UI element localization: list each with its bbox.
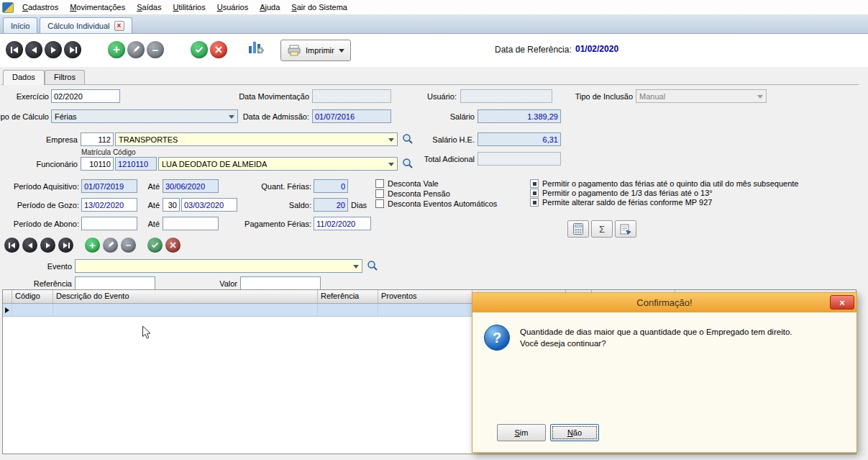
chevron-down-icon	[757, 95, 763, 99]
tab-close-icon[interactable]: ×	[114, 21, 124, 31]
data-admissao-input[interactable]	[312, 109, 391, 123]
menu-item-sair[interactable]: Sair do Sistema	[285, 1, 353, 14]
periodo-aquisitivo-de-input[interactable]	[81, 179, 137, 193]
desconta-vale-checkbox[interactable]	[375, 179, 384, 188]
usuario-input[interactable]	[460, 89, 552, 103]
empresa-combobox[interactable]: TRANSPORTES	[115, 132, 398, 146]
check-icon	[151, 242, 159, 248]
exercicio-input[interactable]	[51, 89, 120, 103]
event-confirm-button[interactable]	[147, 238, 163, 253]
dialog-close-button[interactable]: ×	[830, 295, 854, 310]
periodo-gozo-label: Período de Gozo:	[0, 199, 79, 211]
evento-combobox[interactable]	[75, 259, 362, 273]
periodo-gozo-de-input[interactable]	[81, 198, 137, 212]
prev-record-icon	[27, 243, 33, 248]
periodo-abono-de-input[interactable]	[81, 217, 137, 230]
last-record-icon	[63, 243, 70, 248]
tab-calculo-individual[interactable]: Cálculo Individual ×	[40, 17, 132, 33]
chevron-down-icon[interactable]	[388, 138, 394, 142]
tipo-inclusao-label: Tipo de Inclusão	[547, 91, 633, 102]
periodo-abono-ate-input[interactable]	[163, 217, 219, 230]
question-icon: ?	[484, 325, 510, 351]
event-cancel-button[interactable]	[165, 238, 181, 253]
pagamento-ferias-input[interactable]	[314, 217, 371, 230]
salario-label: Salário	[403, 111, 475, 122]
opcao-um-terco-checkbox[interactable]	[530, 189, 539, 197]
nav-first-button[interactable]	[6, 41, 23, 58]
event-edit-button[interactable]	[103, 238, 118, 253]
chevron-down-icon[interactable]	[388, 163, 394, 166]
imprimir-button[interactable]: Imprimir	[280, 40, 351, 61]
main-toolbar: + − Imprimir Data de Referência: 01/	[0, 34, 868, 67]
referencia-label: Referência	[0, 278, 72, 289]
opcao-quinto-dia-checkbox[interactable]	[530, 179, 539, 188]
menu-item-saidas[interactable]: Saídas	[131, 1, 167, 14]
grid-header-codigo[interactable]: Código	[12, 290, 53, 303]
confirm-button[interactable]	[191, 41, 208, 58]
menu-item-usuarios[interactable]: Usuários	[211, 1, 254, 14]
menu-item-cadastros[interactable]: Cadastros	[17, 1, 64, 14]
event-delete-button[interactable]: −	[121, 238, 136, 253]
desconta-eventos-checkbox[interactable]	[375, 199, 384, 208]
menu-item-utilitarios[interactable]: Utilitários	[167, 1, 211, 14]
periodo-gozo-ate-input[interactable]	[181, 198, 237, 212]
funcionario-codigo-input[interactable]	[115, 157, 157, 171]
salario-input[interactable]	[478, 109, 561, 123]
funcionario-matricula-input[interactable]	[81, 157, 114, 171]
nav-last-button[interactable]	[64, 41, 81, 58]
chevron-down-icon[interactable]	[339, 49, 344, 53]
grid-header-proventos[interactable]: Proventos	[378, 290, 472, 303]
edit-record-button[interactable]	[127, 41, 145, 58]
pagamento-ferias-label: Pagamento Férias:	[237, 218, 311, 230]
event-nav-prev-button[interactable]	[22, 238, 37, 253]
referencia-input[interactable]	[75, 276, 155, 290]
data-referencia-value: 01/02/2020	[575, 44, 618, 54]
evento-search-button[interactable]	[365, 259, 380, 274]
tipo-calculo-combobox[interactable]: Férias	[51, 109, 238, 123]
salario-he-input[interactable]	[478, 132, 561, 146]
nao-button[interactable]: Não	[550, 424, 599, 441]
saldo-label: Saldo:	[237, 199, 311, 211]
chart-settings-button[interactable]	[248, 40, 264, 56]
dialog-title-bar[interactable]: Confirmação!	[472, 293, 856, 312]
sim-button[interactable]: Sim	[497, 424, 546, 441]
event-nav-first-button[interactable]	[4, 238, 19, 253]
valor-input[interactable]	[240, 276, 321, 290]
dialog-message-line1: Quantidade de dias maior que a quantidad…	[520, 328, 792, 336]
event-nav-last-button[interactable]	[58, 238, 73, 253]
data-movimentacao-input[interactable]	[312, 89, 391, 103]
recibo-button[interactable]	[615, 220, 636, 238]
somatorio-button[interactable]: Σ	[591, 220, 613, 238]
pencil-icon	[106, 241, 114, 249]
grid-header-descricao[interactable]: Descrição do Evento	[53, 290, 318, 303]
chevron-down-icon[interactable]	[353, 265, 359, 269]
tipo-inclusao-combobox[interactable]: Manual	[636, 89, 767, 103]
total-adicional-input[interactable]	[478, 152, 561, 166]
application-window: Cadastros Movimentações Saídas Utilitári…	[0, 0, 868, 460]
menu-item-ajuda[interactable]: Ajuda	[254, 1, 285, 14]
event-add-button[interactable]: +	[85, 238, 100, 253]
add-record-button[interactable]: +	[108, 41, 125, 58]
desconta-pensao-checkbox[interactable]	[375, 189, 384, 198]
tab-dados[interactable]: Dados	[3, 70, 45, 85]
funcionario-combobox[interactable]: LUA DEODATO DE ALMEIDA	[158, 157, 398, 171]
periodo-aquisitivo-ate-input[interactable]	[163, 179, 219, 193]
periodo-gozo-dias-input[interactable]	[163, 198, 180, 212]
ate-label: Até	[141, 218, 160, 230]
empresa-code-input[interactable]	[81, 132, 114, 146]
quant-ferias-input[interactable]	[314, 179, 348, 193]
tab-filtros[interactable]: Filtros	[45, 70, 85, 85]
opcao-mp927-checkbox[interactable]	[530, 198, 539, 207]
saldo-input[interactable]	[314, 198, 348, 212]
calculadora-button[interactable]	[567, 220, 589, 238]
delete-record-button[interactable]: −	[147, 41, 164, 58]
cancel-button[interactable]	[210, 41, 227, 58]
event-nav-next-button[interactable]	[40, 238, 55, 253]
grid-header-referencia[interactable]: Referência	[318, 290, 378, 303]
opcao-quinto-dia-label: Permitir o pagamento das férias até o qu…	[542, 179, 799, 188]
tab-inicio[interactable]: Início	[3, 17, 37, 33]
menu-item-movimentacoes[interactable]: Movimentações	[64, 1, 131, 14]
nav-next-button[interactable]	[45, 41, 62, 58]
funcionario-search-button[interactable]	[401, 157, 415, 171]
nav-prev-button[interactable]	[25, 41, 42, 58]
